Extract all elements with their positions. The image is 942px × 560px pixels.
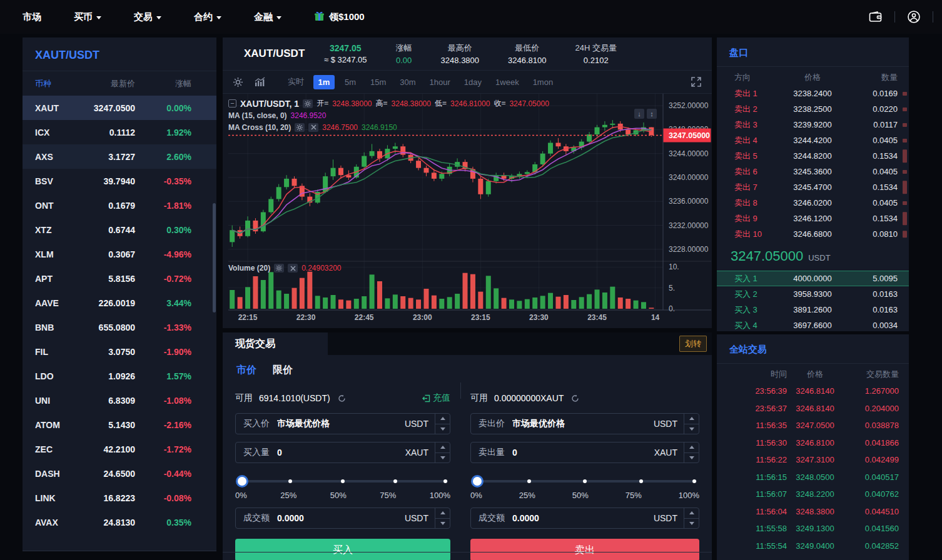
- timeframe-1week[interactable]: 1week: [491, 75, 524, 89]
- sell-price-input[interactable]: [512, 419, 647, 429]
- sell-order-row[interactable]: 卖出 33239.92000.0117: [717, 117, 909, 132]
- timeframe-实时[interactable]: 实时: [283, 74, 308, 90]
- coin-row-LDO[interactable]: LDO1.09261.57%: [23, 364, 216, 388]
- sell-order-row[interactable]: 卖出 73245.47000.1534: [717, 179, 909, 195]
- coin-row-ONT[interactable]: ONT0.1679-1.81%: [23, 193, 216, 218]
- sell-order-row[interactable]: 卖出 83246.02000.0405: [717, 195, 909, 211]
- sell-order-row[interactable]: 卖出 23238.25000.0220: [717, 101, 909, 117]
- slider-dot-50[interactable]: [583, 479, 587, 483]
- deposit-link[interactable]: 充值: [422, 392, 450, 404]
- nav-item-金融[interactable]: 金融: [254, 11, 281, 23]
- coin-row-ZEC[interactable]: ZEC42.2100-1.72%: [23, 437, 216, 461]
- sell-order-row[interactable]: 卖出 103246.68000.0810: [717, 226, 909, 242]
- slider-dot-75[interactable]: [639, 479, 643, 483]
- tab-spot-trading[interactable]: 现货交易: [223, 332, 328, 355]
- coin-row-APT[interactable]: APT5.8156-0.72%: [23, 266, 216, 291]
- gear-icon[interactable]: [274, 264, 284, 272]
- coin-row-BNB[interactable]: BNB655.0800-1.33%: [23, 315, 216, 339]
- sell-percent-slider[interactable]: [473, 477, 697, 486]
- stepper-down-icon[interactable]: [435, 519, 450, 529]
- timeframe-15m[interactable]: 15m: [366, 75, 390, 89]
- timeframe-1day[interactable]: 1day: [460, 75, 486, 89]
- stepper-down-icon[interactable]: [684, 453, 699, 463]
- buy-button[interactable]: 买入: [235, 539, 450, 560]
- tab-限价[interactable]: 限价: [273, 364, 293, 377]
- coin-row-ICX[interactable]: ICX0.11121.92%: [23, 120, 216, 144]
- sell-amount-input[interactable]: [512, 448, 648, 458]
- coin-row-LINK[interactable]: LINK16.8223-0.08%: [23, 486, 216, 510]
- slider-dot-75[interactable]: [393, 479, 397, 483]
- nav-item-市场[interactable]: 市场: [23, 11, 41, 23]
- close-icon[interactable]: [288, 264, 298, 272]
- coin-row-XTZ[interactable]: XTZ0.67440.30%: [23, 218, 216, 242]
- indicator-icon[interactable]: [255, 77, 266, 87]
- coin-row-ATOM[interactable]: ATOM5.1430-2.16%: [23, 412, 216, 437]
- sell-slider-handle[interactable]: [473, 477, 482, 486]
- nav-item-买币[interactable]: 买币: [74, 11, 101, 23]
- sell-order-row[interactable]: 卖出 13238.24000.0169: [717, 86, 909, 101]
- buy-order-row[interactable]: 买入 43697.66000.0034: [717, 318, 909, 333]
- buy-order-row[interactable]: 买入 23958.93000.0163: [717, 286, 909, 302]
- coin-row-AVAX[interactable]: AVAX24.81300.35%: [23, 510, 216, 534]
- sell-button[interactable]: 卖出: [470, 539, 699, 560]
- stepper-up-icon[interactable]: [435, 414, 450, 424]
- timeframe-30m[interactable]: 30m: [395, 75, 420, 89]
- slider-dot-100[interactable]: [443, 479, 447, 483]
- stepper-up-icon[interactable]: [435, 508, 450, 519]
- sell-order-row[interactable]: 卖出 93246.12000.1534: [717, 211, 909, 226]
- slider-dot-25[interactable]: [527, 479, 531, 483]
- timeframe-1m[interactable]: 1m: [313, 75, 335, 89]
- stepper-up-icon[interactable]: [684, 442, 699, 453]
- buy-slider-handle[interactable]: [238, 477, 246, 486]
- coin-row-AAVE[interactable]: AAVE226.00193.44%: [23, 291, 216, 315]
- coin-row-DASH[interactable]: DASH24.6500-0.44%: [23, 461, 216, 486]
- coin-row-AXS[interactable]: AXS3.17272.60%: [23, 144, 216, 169]
- collapse-icon[interactable]: −: [228, 99, 236, 108]
- transfer-button[interactable]: 划转: [679, 336, 707, 352]
- sell-total-input[interactable]: [512, 513, 647, 523]
- buy-amount-input[interactable]: [277, 448, 399, 458]
- chart-settings-gear-icon[interactable]: [233, 77, 243, 88]
- coin-list-scrollbar[interactable]: [213, 203, 216, 312]
- promo-claim-bonus[interactable]: 领$1000: [314, 11, 365, 23]
- buy-percent-slider[interactable]: [238, 477, 448, 486]
- coin-row-XAUT[interactable]: XAUT3247.05000.00%: [23, 96, 216, 120]
- user-account-icon[interactable]: [901, 8, 926, 26]
- buy-total-input[interactable]: [277, 513, 398, 523]
- candlestick-chart[interactable]: − XAUT/USDT, 1 开=3248.38000 高=3248.38000…: [223, 94, 712, 328]
- refresh-icon[interactable]: [571, 394, 579, 402]
- sell-order-row[interactable]: 卖出 63245.36000.0405: [717, 164, 909, 179]
- slider-dot-50[interactable]: [341, 479, 345, 483]
- sell-order-row[interactable]: 卖出 43244.42000.0405: [717, 132, 909, 148]
- coin-row-BSV[interactable]: BSV39.7940-0.35%: [23, 169, 216, 193]
- timeframe-5m[interactable]: 5m: [340, 75, 361, 89]
- timeframe-1hour[interactable]: 1hour: [425, 75, 455, 89]
- fullscreen-icon[interactable]: [691, 76, 702, 88]
- stepper-up-icon[interactable]: [684, 414, 699, 424]
- sell-order-row[interactable]: 卖出 53244.82000.1534: [717, 148, 909, 164]
- coin-row-FIL[interactable]: FIL3.0750-1.90%: [23, 339, 216, 364]
- buy-price-input[interactable]: [277, 419, 398, 429]
- buy-order-row[interactable]: 买入 14000.00005.0095: [717, 271, 909, 286]
- slider-dot-25[interactable]: [288, 479, 292, 483]
- scale-down-arrow-icon[interactable]: ↓: [634, 109, 644, 119]
- nav-item-交易[interactable]: 交易: [134, 11, 161, 23]
- stepper-down-icon[interactable]: [684, 519, 699, 529]
- refresh-icon[interactable]: [338, 394, 346, 402]
- stepper-down-icon[interactable]: [684, 424, 699, 434]
- coin-row-UNI[interactable]: UNI6.8309-1.08%: [23, 388, 216, 412]
- close-icon[interactable]: [308, 123, 318, 132]
- slider-dot-100[interactable]: [692, 479, 696, 483]
- buy-order-row[interactable]: 买入 33891.26000.0163: [717, 302, 909, 318]
- stepper-down-icon[interactable]: [435, 424, 450, 434]
- scale-range-arrow-icon[interactable]: ↕: [647, 109, 657, 119]
- gear-icon[interactable]: [295, 123, 305, 132]
- stepper-down-icon[interactable]: [435, 453, 450, 463]
- wallet-icon[interactable]: [863, 8, 888, 26]
- coin-row-XLM[interactable]: XLM0.3067-4.96%: [23, 242, 216, 266]
- stepper-up-icon[interactable]: [435, 442, 450, 453]
- nav-item-合约[interactable]: 合约: [194, 11, 221, 23]
- stepper-up-icon[interactable]: [684, 508, 699, 519]
- tab-市价[interactable]: 市价: [236, 364, 256, 377]
- gear-icon[interactable]: [303, 99, 313, 108]
